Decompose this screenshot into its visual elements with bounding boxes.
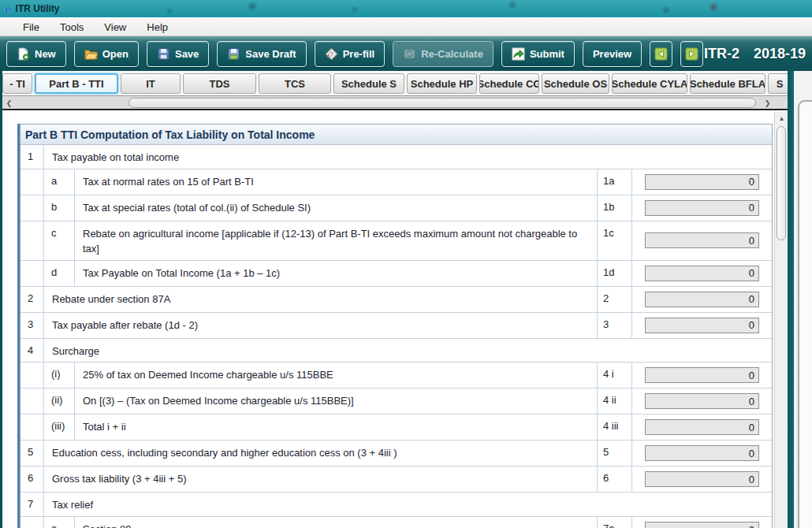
tab-schedule-hp[interactable]: Schedule HP (407, 73, 477, 94)
vertical-scrollbar[interactable]: ▲ (774, 112, 788, 528)
tab-label: S (777, 78, 784, 90)
amount-input-1c[interactable] (645, 232, 759, 248)
pre-fill-button[interactable]: Pre-fill (315, 41, 385, 67)
table-row: cRebate on agricultural income [applicab… (20, 221, 772, 260)
ie-logo-icon: e (5, 2, 11, 16)
nav-back-icon (654, 47, 668, 61)
row-code: 3 (597, 313, 631, 338)
toolbar-button-label: Re-Calculate (421, 48, 483, 60)
amount-input-3[interactable] (645, 318, 759, 333)
amount-input-1d[interactable] (645, 266, 759, 281)
horizontal-scrollbar-thumb[interactable] (129, 98, 756, 108)
tab-schedule-s[interactable]: Schedule S (333, 73, 404, 94)
save-draft-button[interactable]: Save Draft (217, 41, 306, 67)
table-row: 4Surcharge (20, 338, 772, 363)
submit-button[interactable]: Submit (501, 41, 575, 67)
horizontal-scrollbar[interactable]: ❮ ❯ (2, 95, 788, 109)
tab-schedule-cg[interactable]: Schedule CG (479, 73, 539, 94)
tab-part-b-tti[interactable]: Part B - TTI (35, 73, 118, 94)
tab--ti[interactable]: - TI (2, 73, 32, 94)
row-description: Tax Payable on Total Income (1a + 1b – 1… (75, 261, 597, 286)
amount-input-4ii[interactable] (645, 393, 759, 409)
table-row: 2Rebate under section 87A2 (20, 286, 772, 312)
amount-input-7a[interactable] (645, 522, 759, 528)
row-sub-label: (ii) (44, 389, 75, 414)
row-description: Tax payable on total income (44, 145, 772, 169)
save-button[interactable]: Save (147, 41, 209, 67)
table-row: (ii)On [(3) – (Tax on Deemed Income char… (20, 388, 772, 414)
row-code: 6 (597, 467, 631, 492)
open-folder-icon (84, 47, 98, 61)
row-number: 2 (20, 287, 44, 312)
vertical-scrollbar-thumb[interactable] (777, 126, 786, 240)
amount-input-5[interactable] (645, 445, 759, 461)
amount-input-1a[interactable] (645, 174, 759, 190)
tab-label: - TI (9, 78, 25, 90)
row-description: On [(3) – (Tax on Deemed Income chargeab… (75, 389, 597, 414)
row-number (20, 195, 44, 221)
row-code: 5 (597, 441, 631, 466)
row-number (20, 221, 44, 260)
row-code: 1c (597, 221, 631, 260)
row-code: 1b (597, 195, 631, 221)
table-row: 7Tax relief (20, 492, 772, 516)
table-row: (iii)Total i + ii4 iii (20, 414, 772, 440)
new-button[interactable]: New (6, 41, 66, 67)
row-number (20, 169, 44, 195)
scroll-right-arrow-icon[interactable]: ❯ (762, 97, 773, 109)
toolbar-button-label: Submit (530, 48, 564, 60)
amount-input-4i[interactable] (645, 367, 759, 383)
amount-input-6[interactable] (645, 471, 759, 487)
amount-input-4iii[interactable] (645, 419, 759, 435)
nav-back-button[interactable] (650, 41, 672, 67)
tab-label: Schedule BFLA (690, 78, 765, 90)
toolbar-button-label: Preview (593, 48, 631, 60)
outer-scrollbar-area (794, 71, 812, 528)
tab-schedule-os[interactable]: Schedule OS (542, 73, 609, 94)
toolbar-button-label: Open (102, 48, 129, 60)
row-value-cell (631, 467, 772, 492)
row-code: 4 ii (597, 389, 631, 414)
tab-it[interactable]: IT (121, 73, 181, 94)
row-sub-label: b (44, 195, 75, 221)
tab-schedule-bfla[interactable]: Schedule BFLA (690, 73, 765, 94)
outer-scrollbar-thumb[interactable] (798, 100, 812, 528)
row-number: 4 (20, 339, 44, 363)
row-number: 1 (20, 145, 44, 169)
title-bar: e ITR Utility (0, 0, 812, 17)
amount-input-2[interactable] (645, 292, 759, 307)
open-button[interactable]: Open (74, 41, 139, 67)
table-row: bTax at special rates (total of col.(ii)… (20, 195, 772, 221)
tab-tcs[interactable]: TCS (259, 73, 331, 94)
re-calculate-button[interactable]: Re-Calculate (393, 41, 494, 67)
submit-arrow-icon (512, 47, 525, 61)
new-document-icon (17, 47, 30, 61)
scroll-left-arrow-icon[interactable]: ❮ (3, 97, 15, 109)
row-value-cell (631, 363, 772, 388)
nav-forward-button[interactable] (680, 41, 703, 67)
menu-help[interactable]: Help (136, 19, 178, 35)
nav-forward-icon (685, 47, 698, 61)
table-row: (i)25% of tax on Deemed Income chargeabl… (20, 362, 772, 388)
menu-tools[interactable]: Tools (50, 19, 94, 35)
menu-file[interactable]: File (13, 19, 50, 35)
tab-label: IT (146, 78, 155, 90)
row-number: 3 (20, 313, 44, 338)
row-code: 4 i (597, 363, 631, 388)
table-row: 3Tax payable after rebate (1d - 2)3 (20, 312, 772, 338)
tab-label: Schedule HP (411, 78, 473, 90)
tab-tds[interactable]: TDS (183, 73, 256, 94)
tab-label: TCS (285, 78, 305, 90)
menu-view[interactable]: View (94, 19, 136, 35)
scroll-up-arrow-icon[interactable]: ▲ (775, 112, 788, 125)
app-window: e ITR Utility FileToolsViewHelp NewOpenS… (0, 0, 812, 528)
amount-input-1b[interactable] (645, 200, 759, 216)
preview-button[interactable]: Preview (583, 41, 642, 67)
tab-s[interactable]: S (768, 73, 788, 94)
row-description: Section 89 (75, 517, 597, 528)
row-description: Total i + ii (75, 415, 597, 440)
tab-schedule-cyla[interactable]: Schedule CYLA (612, 73, 687, 94)
row-sub-label: a (44, 517, 75, 528)
row-number (20, 415, 44, 440)
tab-label: Schedule S (341, 78, 397, 90)
